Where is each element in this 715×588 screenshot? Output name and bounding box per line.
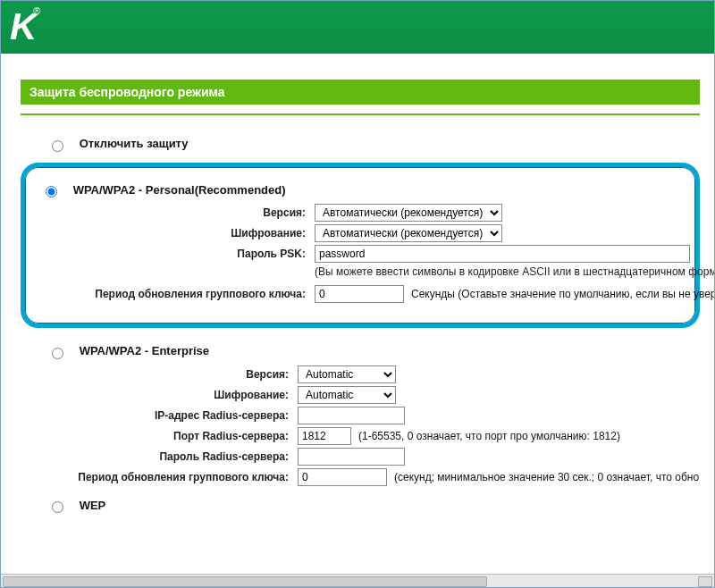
label-personal-version: Версия: — [38, 206, 315, 219]
label-ent-version: Версия: — [21, 368, 298, 381]
hint-ent-radius-port: (1-65535, 0 означает, что порт про умолч… — [358, 430, 620, 442]
input-ent-radius-pwd[interactable] — [298, 448, 405, 466]
router-admin-window: K ® Защита беспроводного режима Отключит… — [0, 0, 715, 588]
option-wpa-personal-label: WPA/WPA2 - Personal(Recommended) — [73, 183, 286, 197]
option-wep-label: WEP — [80, 499, 106, 512]
radio-disable[interactable] — [52, 140, 63, 152]
hint-personal-groupkey: Секунды (Оставьте значение по умолчанию,… — [411, 288, 714, 300]
select-ent-encryption[interactable]: Automatic — [298, 386, 396, 404]
row-personal-version: Версия: Автоматически (рекомендуется) — [38, 204, 683, 222]
brand-bar: K ® — [1, 1, 714, 54]
row-ent-groupkey: Период обновления группового ключа: (сек… — [21, 468, 700, 486]
input-personal-groupkey[interactable] — [315, 285, 404, 303]
option-wpa-enterprise[interactable]: WPA/WPA2 - Enterprise — [21, 340, 700, 363]
hscroll-thumb[interactable] — [3, 576, 487, 587]
option-wep[interactable]: WEP — [21, 495, 700, 517]
hint-ent-groupkey: (секунд; минимальное значение 30 сек.; 0… — [394, 471, 699, 483]
row-ent-radius-ip: IP-адрес Radius-сервера: — [21, 407, 700, 424]
label-ent-radius-pwd: Пароль Radius-сервера: — [21, 450, 298, 463]
label-personal-psk: Пароль PSK: — [38, 248, 315, 260]
brand-reg-mark: ® — [33, 5, 40, 16]
label-personal-groupkey: Период обновления группового ключа: — [38, 288, 315, 300]
row-personal-encryption: Шифрование: Автоматически (рекомендуется… — [38, 224, 683, 242]
select-personal-encryption[interactable]: Автоматически (рекомендуется) — [315, 224, 502, 242]
input-ent-radius-ip[interactable] — [298, 407, 405, 424]
row-ent-encryption: Шифрование: Automatic — [21, 386, 700, 404]
label-ent-radius-ip: IP-адрес Radius-сервера: — [21, 409, 298, 422]
content: Защита беспроводного режима Отключить за… — [1, 53, 714, 552]
radio-wpa-personal[interactable] — [46, 186, 57, 197]
input-personal-psk[interactable] — [315, 245, 690, 263]
brand-logo-fragment: K — [10, 5, 35, 48]
option-wpa-enterprise-label: WPA/WPA2 - Enterprise — [80, 344, 209, 357]
row-ent-radius-port: Порт Radius-сервера: (1-65535, 0 означае… — [21, 427, 700, 445]
radio-wpa-enterprise[interactable] — [52, 348, 63, 359]
label-personal-encryption: Шифрование: — [38, 227, 315, 239]
label-ent-encryption: Шифрование: — [21, 389, 298, 401]
radio-wep[interactable] — [52, 501, 63, 513]
label-ent-groupkey: Период обновления группового ключа: — [21, 471, 298, 483]
label-ent-radius-port: Порт Radius-сервера: — [21, 430, 298, 442]
input-ent-groupkey[interactable] — [298, 468, 387, 486]
option-disable-security[interactable]: Отключить защиту — [21, 133, 700, 155]
content-scroll-area[interactable]: Защита беспроводного режима Отключить за… — [1, 53, 714, 575]
option-disable-label: Отключить защиту — [80, 137, 189, 150]
row-personal-groupkey: Период обновления группового ключа: Секу… — [38, 285, 683, 303]
input-ent-radius-port[interactable] — [298, 427, 351, 445]
hscroll-right-button[interactable] — [698, 576, 712, 587]
horizontal-scrollbar[interactable] — [1, 574, 714, 587]
title-underline — [21, 113, 700, 115]
row-ent-version: Версия: Automatic — [21, 365, 700, 383]
row-ent-radius-pwd: Пароль Radius-сервера: — [21, 448, 700, 466]
select-ent-version[interactable]: Automatic — [298, 365, 396, 383]
row-personal-psk: Пароль PSK: — [38, 245, 683, 263]
hint-personal-psk: (Вы можете ввести символы в кодировке AS… — [38, 265, 683, 278]
option-wpa-personal[interactable]: WPA/WPA2 - Personal(Recommended) — [38, 180, 683, 202]
wpa-personal-highlight-box: WPA/WPA2 - Personal(Recommended) Версия:… — [21, 163, 700, 329]
select-personal-version[interactable]: Автоматически (рекомендуется) — [315, 204, 502, 222]
page-title: Защита беспроводного режима — [21, 80, 700, 105]
